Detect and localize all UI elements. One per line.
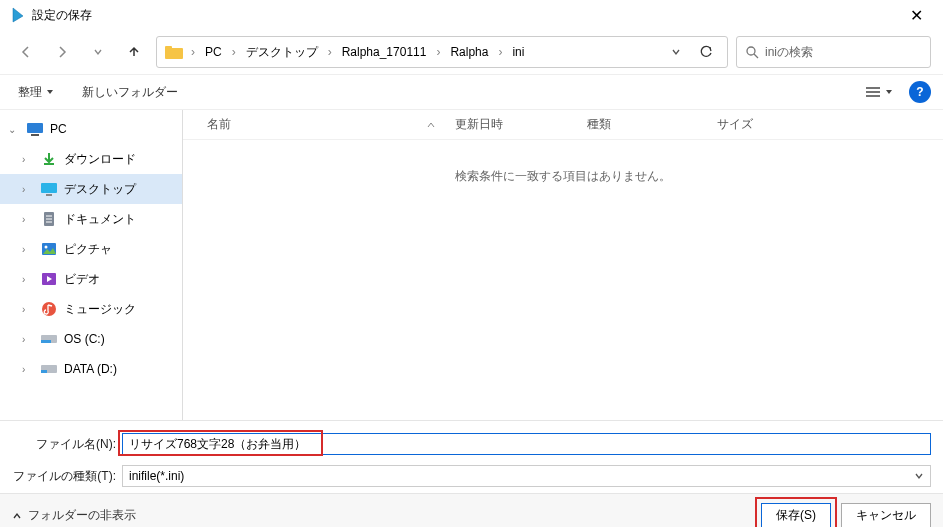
tree-item-drive-c[interactable]: › OS (C:): [0, 324, 182, 354]
forward-button[interactable]: [48, 38, 76, 66]
svg-point-19: [45, 246, 48, 249]
column-size[interactable]: サイズ: [717, 116, 807, 133]
tree-label: ピクチャ: [64, 241, 112, 258]
breadcrumb-pc[interactable]: PC: [203, 43, 224, 61]
app-icon: [10, 7, 26, 23]
back-button[interactable]: [12, 38, 40, 66]
tree-item-documents[interactable]: › ドキュメント: [0, 204, 182, 234]
tree-label: PC: [50, 122, 67, 136]
tree-label: デスクトップ: [64, 181, 136, 198]
tree-label: ミュージック: [64, 301, 136, 318]
close-button[interactable]: ✕: [900, 6, 933, 25]
up-button[interactable]: [120, 38, 148, 66]
document-icon: [40, 211, 58, 227]
videos-icon: [40, 271, 58, 287]
refresh-button[interactable]: [693, 45, 719, 59]
chevron-right-icon[interactable]: ›: [22, 184, 34, 195]
hide-folders-label: フォルダーの非表示: [28, 507, 136, 524]
column-date[interactable]: 更新日時: [455, 116, 587, 133]
filename-input[interactable]: [122, 433, 931, 455]
hide-folders-button[interactable]: フォルダーの非表示: [12, 507, 136, 524]
breadcrumb-ralpha[interactable]: Ralpha: [448, 43, 490, 61]
breadcrumb-sep: ›: [189, 45, 197, 59]
download-icon: [40, 151, 58, 167]
tree-item-music[interactable]: › ミュージック: [0, 294, 182, 324]
tree-item-pc[interactable]: ⌄ PC: [0, 114, 182, 144]
svg-rect-9: [27, 123, 43, 133]
svg-rect-26: [41, 370, 47, 373]
column-kind[interactable]: 種類: [587, 116, 717, 133]
filetype-value: inifile(*.ini): [129, 469, 184, 483]
tree-label: OS (C:): [64, 332, 105, 346]
tree-label: ダウンロード: [64, 151, 136, 168]
filetype-label: ファイルの種類(T):: [12, 468, 122, 485]
folder-icon: [165, 45, 183, 59]
music-icon: [40, 301, 58, 317]
view-mode-button[interactable]: [865, 86, 893, 98]
tree-item-drive-d[interactable]: › DATA (D:): [0, 354, 182, 384]
chevron-right-icon[interactable]: ›: [22, 364, 34, 375]
empty-message: 検索条件に一致する項目はありません。: [183, 168, 943, 185]
new-folder-button[interactable]: 新しいフォルダー: [76, 80, 184, 105]
chevron-right-icon[interactable]: ›: [22, 244, 34, 255]
breadcrumb-ini[interactable]: ini: [510, 43, 526, 61]
save-button[interactable]: 保存(S): [761, 503, 831, 528]
drive-icon: [40, 361, 58, 377]
breadcrumb-sep: ›: [230, 45, 238, 59]
svg-rect-13: [46, 194, 52, 196]
pc-icon: [26, 121, 44, 137]
search-placeholder: iniの検索: [765, 44, 813, 61]
pictures-icon: [40, 241, 58, 257]
desktop-icon: [40, 181, 58, 197]
column-name[interactable]: 名前: [207, 116, 455, 133]
chevron-right-icon[interactable]: ›: [22, 334, 34, 345]
svg-point-22: [42, 302, 56, 316]
svg-point-4: [747, 47, 755, 55]
tree-item-videos[interactable]: › ビデオ: [0, 264, 182, 294]
svg-rect-24: [41, 340, 51, 343]
svg-rect-10: [31, 134, 39, 136]
filetype-select[interactable]: inifile(*.ini): [122, 465, 931, 487]
organize-label: 整理: [18, 84, 42, 101]
svg-rect-3: [165, 46, 172, 50]
breadcrumb-sep: ›: [326, 45, 334, 59]
breadcrumb-sep: ›: [496, 45, 504, 59]
tree-label: DATA (D:): [64, 362, 117, 376]
sort-asc-icon: [427, 121, 435, 129]
breadcrumb-sep: ›: [434, 45, 442, 59]
address-dropdown[interactable]: [665, 47, 687, 57]
column-name-label: 名前: [207, 116, 231, 133]
search-input[interactable]: iniの検索: [736, 36, 931, 68]
chevron-down-icon[interactable]: ⌄: [8, 124, 20, 135]
drive-icon: [40, 331, 58, 347]
help-button[interactable]: ?: [909, 81, 931, 103]
cancel-button[interactable]: キャンセル: [841, 503, 931, 528]
search-icon: [745, 45, 759, 59]
chevron-up-icon: [12, 511, 22, 521]
file-list[interactable]: 名前 更新日時 種類 サイズ 検索条件に一致する項目はありません。: [183, 110, 943, 420]
address-bar[interactable]: › PC › デスクトップ › Ralpha_170111 › Ralpha ›…: [156, 36, 728, 68]
tree-item-desktop[interactable]: › デスクトップ: [0, 174, 182, 204]
tree-label: ドキュメント: [64, 211, 136, 228]
chevron-right-icon[interactable]: ›: [22, 154, 34, 165]
breadcrumb-ralpha170111[interactable]: Ralpha_170111: [340, 43, 429, 61]
svg-line-5: [754, 54, 758, 58]
folder-tree[interactable]: ⌄ PC › ダウンロード › デスクトップ › ドキュメント › ピクチャ ›…: [0, 110, 183, 420]
tree-item-pictures[interactable]: › ピクチャ: [0, 234, 182, 264]
chevron-right-icon[interactable]: ›: [22, 274, 34, 285]
chevron-right-icon[interactable]: ›: [22, 304, 34, 315]
window-title: 設定の保存: [32, 7, 92, 24]
tree-label: ビデオ: [64, 271, 100, 288]
tree-item-downloads[interactable]: › ダウンロード: [0, 144, 182, 174]
chevron-down-icon: [914, 471, 924, 481]
filename-label: ファイル名(N):: [12, 436, 122, 453]
recent-dropdown[interactable]: [84, 38, 112, 66]
chevron-right-icon[interactable]: ›: [22, 214, 34, 225]
column-headers: 名前 更新日時 種類 サイズ: [183, 110, 943, 140]
svg-rect-12: [41, 183, 57, 193]
breadcrumb-desktop[interactable]: デスクトップ: [244, 42, 320, 63]
organize-menu[interactable]: 整理: [12, 80, 60, 105]
